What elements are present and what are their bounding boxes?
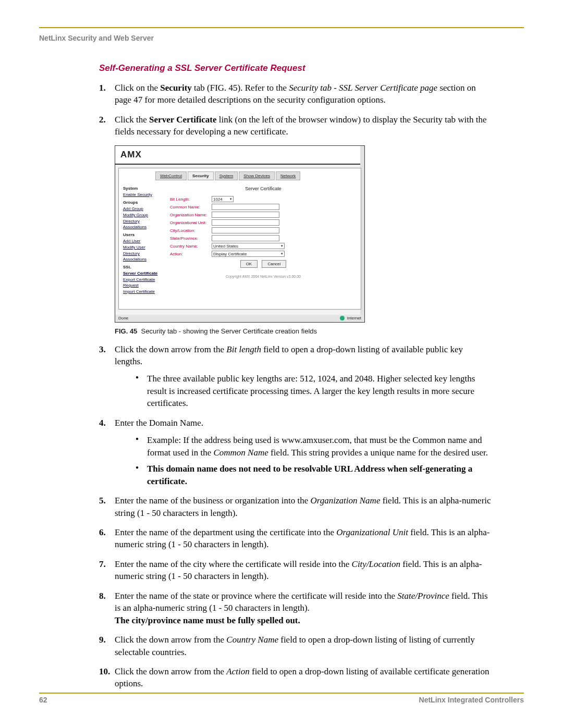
field-row: Common Name:: [170, 204, 357, 210]
tab-security[interactable]: Security: [188, 171, 214, 180]
text-input[interactable]: [212, 204, 279, 210]
footer-rule: [39, 693, 524, 694]
ok-button[interactable]: OK: [240, 260, 258, 268]
field-row: State/Province:: [170, 235, 357, 241]
figure-sidebar: SystemEnable SecurityGroupsAdd GroupModi…: [123, 183, 163, 295]
field-row: Action:Display Certificate▾: [170, 251, 357, 257]
select-input[interactable]: Display Certificate▾: [212, 251, 285, 257]
field-row: Organizational Unit:: [170, 219, 357, 226]
step-text: Click on the Security tab (FIG. 45). Ref…: [115, 83, 476, 105]
step: 10.Click the down arrow from the Action …: [99, 665, 493, 690]
figure-header: AMX: [115, 146, 364, 165]
bullet-list: Example: If the address being used is ww…: [115, 434, 493, 487]
step: 4.Enter the Domain Name.Example: If the …: [99, 417, 493, 487]
sidebar-link[interactable]: Server Certificate: [123, 270, 163, 276]
step-text: Enter the name of the state or province …: [115, 591, 488, 625]
sidebar-link[interactable]: Add User: [123, 238, 163, 244]
figure-main: Server Certificate Bit Length:1024▾Commo…: [170, 183, 357, 295]
figure: AMX WebControlSecuritySystemShow Devices…: [115, 145, 365, 323]
steps: 1.Click on the Security tab (FIG. 45). R…: [99, 82, 493, 138]
field-row: City/Location:: [170, 227, 357, 233]
select-input[interactable]: United States▾: [212, 243, 285, 249]
sidebar-heading: Users: [123, 232, 163, 238]
page-number: 62: [39, 695, 47, 705]
figure-body: WebControlSecuritySystemShow DevicesNetw…: [118, 168, 361, 310]
footer: 62 NetLinx Integrated Controllers: [39, 695, 524, 705]
step-number: 1.: [99, 82, 112, 94]
step-number: 5.: [99, 495, 112, 507]
sidebar-link[interactable]: Directory Associations: [123, 251, 163, 262]
step-number: 3.: [99, 343, 112, 355]
statusbar-right: Internet: [340, 315, 361, 321]
step-text: Click the down arrow from the Action fie…: [115, 667, 489, 688]
text-input[interactable]: [212, 219, 279, 226]
bullet: Example: If the address being used is ww…: [136, 434, 493, 459]
figure-screenshot: AMX WebControlSecuritySystemShow Devices…: [115, 145, 365, 323]
field-label: Organization Name:: [170, 212, 212, 218]
statusbar-left: Done: [118, 315, 128, 321]
text-input[interactable]: [212, 212, 279, 218]
page: NetLinx Security and Web Server Self-Gen…: [0, 0, 563, 728]
select-input[interactable]: 1024▾: [212, 196, 234, 202]
step-text: Click the Server Certificate link (on th…: [115, 115, 487, 137]
step-number: 6.: [99, 526, 112, 538]
step-text: Click the down arrow from the Bit length…: [115, 344, 463, 366]
field-row: Bit Length:1024▾: [170, 196, 357, 202]
step: 9.Click the down arrow from the Country …: [99, 634, 493, 658]
section-title: Self-Generating a SSL Server Certificate…: [99, 62, 493, 74]
step-text: Enter the name of the business or organi…: [115, 496, 491, 517]
step-number: 4.: [99, 417, 112, 429]
step-text: Enter the name of the department using t…: [115, 527, 490, 549]
step: 2.Click the Server Certificate link (on …: [99, 114, 493, 138]
sidebar-link[interactable]: Directory Associations: [123, 218, 163, 230]
sidebar-link[interactable]: Export Certificate Request: [123, 277, 163, 288]
sidebar-link[interactable]: Import Certificate: [123, 289, 163, 294]
field-label: Organizational Unit:: [170, 220, 212, 226]
text-input[interactable]: [212, 235, 279, 241]
step: 3.Click the down arrow from the Bit leng…: [99, 343, 493, 410]
step-text: Enter the name of the city where the cer…: [115, 559, 482, 581]
bullet-list: The three available public key lengths a…: [115, 373, 493, 409]
step-number: 7.: [99, 558, 112, 570]
sidebar-link[interactable]: Modify User: [123, 244, 163, 250]
field-label: Action:: [170, 251, 212, 257]
step: 1.Click on the Security tab (FIG. 45). R…: [99, 82, 493, 106]
step-number: 2.: [99, 114, 112, 126]
tab-system[interactable]: System: [215, 171, 238, 180]
field-row: Organization Name:: [170, 212, 357, 218]
sidebar-link[interactable]: Modify Group: [123, 212, 163, 218]
tab-show-devices[interactable]: Show Devices: [239, 171, 275, 180]
bullet: The three available public key lengths a…: [136, 373, 493, 409]
field-label: City/Location:: [170, 228, 212, 233]
step: 8.Enter the name of the state or provinc…: [99, 590, 493, 626]
text-input[interactable]: [212, 227, 279, 233]
step-number: 9.: [99, 634, 112, 646]
sidebar-heading: SSL: [123, 264, 163, 270]
chevron-down-icon: ▾: [230, 196, 232, 202]
field-label: State/Province:: [170, 236, 212, 241]
step: 6.Enter the name of the department using…: [99, 526, 493, 551]
sidebar-link[interactable]: Add Group: [123, 206, 163, 212]
header-left: NetLinx Security and Web Server: [39, 33, 524, 43]
field-label: Bit Length:: [170, 196, 212, 202]
figure-buttons: OK Cancel: [170, 260, 357, 268]
sidebar-link[interactable]: Enable Security: [123, 192, 163, 198]
sidebar-heading: System: [123, 186, 163, 191]
tab-network[interactable]: Network: [276, 171, 300, 180]
steps-continued: 3.Click the down arrow from the Bit leng…: [99, 343, 493, 690]
content: Self-Generating a SSL Server Certificate…: [39, 43, 524, 690]
field-row: Country Name:United States▾: [170, 243, 357, 249]
field-label: Country Name:: [170, 243, 212, 249]
step: 5.Enter the name of the business or orga…: [99, 495, 493, 519]
figure-caption: FIG. 45 Security tab - showing the Serve…: [115, 327, 493, 336]
internet-icon: [340, 316, 345, 320]
step-number: 10.: [99, 665, 112, 677]
chevron-down-icon: ▾: [281, 243, 283, 249]
step-text: Click the down arrow from the Country Na…: [115, 635, 475, 657]
cancel-button[interactable]: Cancel: [262, 260, 286, 268]
tab-webcontrol[interactable]: WebControl: [155, 171, 187, 180]
chevron-down-icon: ▾: [281, 251, 283, 256]
step-text: Enter the Domain Name.: [115, 418, 203, 428]
step: 7.Enter the name of the city where the c…: [99, 558, 493, 583]
footer-right: NetLinx Integrated Controllers: [419, 695, 524, 705]
